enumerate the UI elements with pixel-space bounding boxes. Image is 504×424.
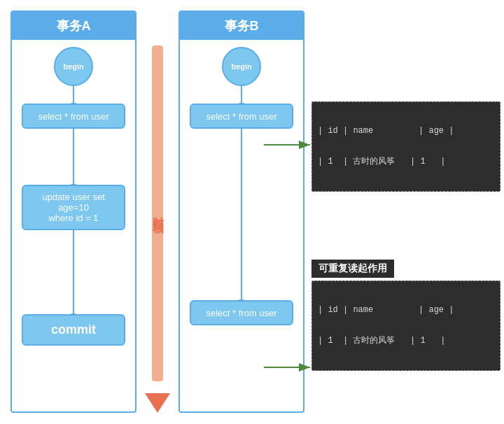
tx-a-title: 事务A — [57, 19, 91, 33]
tx-b-flow: begin select * from user select * from u… — [180, 47, 303, 325]
tx-b-sql2: select * from user — [190, 300, 293, 325]
connector5 — [241, 129, 242, 300]
tx-b-sql1: select * from user — [190, 104, 293, 129]
table2-header: | id | name | age | — [318, 305, 494, 315]
result-table-2-container: | id | name | age | | 1 | 古时的风筝 | 1 | — [304, 281, 500, 371]
tx-a-sql1: select * from user — [22, 104, 125, 129]
time-axis-label: 时间轴 — [150, 208, 165, 216]
result-table-1: | id | name | age | | 1 | 古时的风筝 | 1 | — [312, 101, 500, 192]
connector1 — [73, 86, 74, 104]
tx-b-body: begin select * from user select * from u… — [180, 40, 303, 397]
transaction-a: 事务A begin select * from user update us — [10, 10, 136, 413]
main-container: 事务A begin select * from user update us — [0, 0, 504, 424]
tx-a-begin: begin — [54, 47, 93, 86]
tx-b-begin: begin — [222, 47, 261, 86]
transaction-b: 事务B begin select * from user select * — [178, 10, 304, 413]
result-table-2-wrapper: 可重复读起作用 | id | name | age | | 1 | 古时的风筝 … — [304, 260, 500, 371]
tx-b-header: 事务B — [180, 12, 303, 40]
time-axis-arrowhead — [145, 393, 170, 413]
tx-a-body: begin select * from user update user set… — [12, 40, 135, 397]
transactions-row: 事务A begin select * from user update us — [10, 10, 500, 413]
outer-wrapper: 事务A begin select * from user update us — [10, 10, 500, 413]
connector2 — [73, 129, 74, 185]
result-table-1-container: | id | name | age | | 1 | 古时的风筝 | 1 | — [304, 101, 500, 192]
table1-row: | 1 | 古时的风筝 | 1 | — [318, 155, 494, 167]
tx-a-header: 事务A — [12, 12, 135, 40]
result-table-2: | id | name | age | | 1 | 古时的风筝 | 1 | — [312, 281, 500, 371]
table2-row: | 1 | 古时的风筝 | 1 | — [318, 334, 494, 346]
connector4 — [241, 86, 242, 104]
tx-b-title: 事务B — [225, 19, 259, 33]
tx-a-flow: begin select * from user update user set… — [12, 47, 135, 346]
right-area: | id | name | age | | 1 | 古时的风筝 | 1 | 可重… — [304, 10, 500, 413]
repeatable-read-label: 可重复读起作用 — [312, 260, 394, 278]
table1-header: | id | name | age | — [318, 126, 494, 136]
tx-a-update: update user set age=10 where id = 1 — [22, 185, 125, 230]
time-axis: 时间轴 — [136, 10, 178, 413]
tx-a-commit: commit — [22, 314, 125, 346]
connector3 — [73, 230, 74, 314]
